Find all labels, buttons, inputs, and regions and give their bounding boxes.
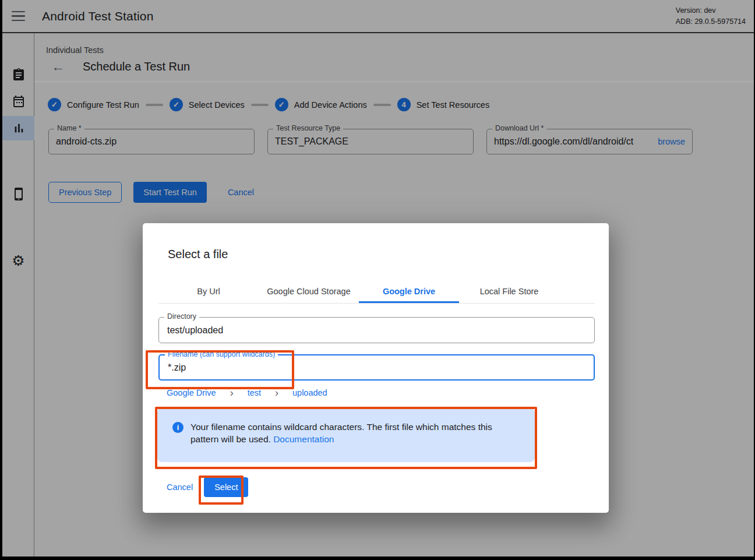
breadcrumb-uploaded[interactable]: uploaded bbox=[292, 388, 327, 397]
dialog-select-button[interactable]: Select bbox=[204, 477, 248, 497]
dialog-title: Select a file bbox=[168, 248, 609, 261]
chevron-right-icon: › bbox=[275, 388, 278, 398]
wildcard-info-alert: i Your filename contains wildcard charac… bbox=[157, 408, 535, 462]
alert-message: Your filename contains wildcard characte… bbox=[190, 421, 521, 462]
tab-google-drive[interactable]: Google Drive bbox=[359, 279, 459, 303]
documentation-link[interactable]: Documentation bbox=[273, 434, 334, 444]
chevron-right-icon: › bbox=[230, 388, 234, 398]
dialog-tabs: By Url Google Cloud Storage Google Drive… bbox=[158, 279, 595, 304]
drive-breadcrumb: Google Drive › test › uploaded bbox=[167, 388, 609, 398]
breadcrumb-test[interactable]: test bbox=[248, 388, 261, 397]
dialog-actions: Cancel Select bbox=[167, 477, 609, 497]
info-icon: i bbox=[172, 422, 184, 433]
select-file-dialog: Select a file By Url Google Cloud Storag… bbox=[143, 223, 609, 513]
tab-by-url[interactable]: By Url bbox=[158, 279, 259, 303]
dialog-cancel-button[interactable]: Cancel bbox=[167, 482, 193, 492]
tab-local-file-store[interactable]: Local File Store bbox=[459, 279, 559, 303]
breadcrumb-google-drive[interactable]: Google Drive bbox=[167, 388, 216, 397]
filename-field[interactable]: Filename (can support wildcards) *.zip bbox=[158, 354, 595, 381]
directory-field[interactable]: Directory test/uploaded bbox=[158, 317, 595, 343]
tab-google-cloud-storage[interactable]: Google Cloud Storage bbox=[259, 279, 359, 303]
